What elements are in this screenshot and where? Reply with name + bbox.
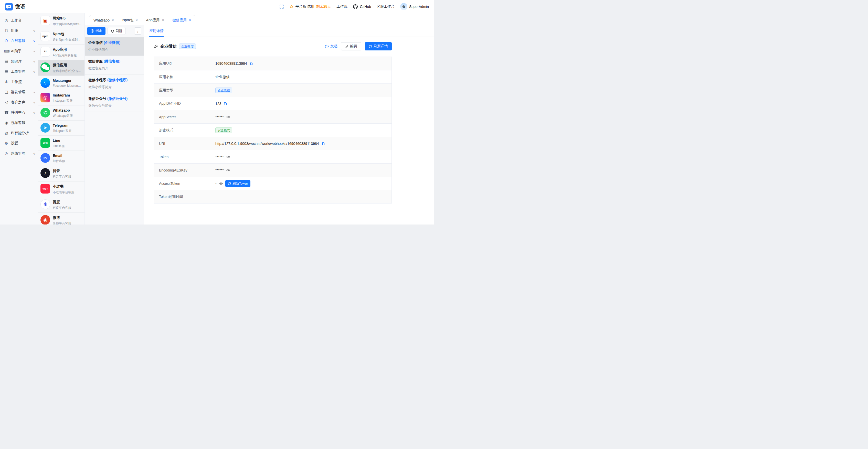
channel-item[interactable]: ♪ 抖音 抖音平台客服 xyxy=(38,166,85,182)
app-item-type: (微信客服) xyxy=(104,59,120,63)
refresh-detail-button[interactable]: 刷新详情 xyxy=(365,42,392,51)
app-item-heading: 企业微信 (企业微信) xyxy=(88,40,140,45)
sidebar-item-label: 工作流 xyxy=(11,79,35,84)
channel-item[interactable]: ⠛ App应用 App应用内嵌客服 xyxy=(38,44,85,60)
app-list-item[interactable]: 微信小程序 (微信小程序) 微信小程序简介 xyxy=(85,74,144,93)
呼叫中心[interactable]: ☎ 呼叫中心 ∨ xyxy=(0,107,38,118)
channel-item[interactable]: LINE Line Line客服 xyxy=(38,136,85,151)
超级管理[interactable]: ♔ 超级管理 ∨ xyxy=(0,149,38,159)
eye-icon[interactable] xyxy=(226,115,230,119)
app-list-panel: 绑定 刷新 ⋮ 企业微信 xyxy=(85,25,144,224)
more-actions-button[interactable]: ⋮ xyxy=(134,27,141,35)
app-list-item[interactable]: 企业微信 (企业微信) 企业微信简介 xyxy=(85,37,144,56)
channel-item[interactable]: ✆ Whatsapp Whatsapp客服 xyxy=(38,105,85,121)
workspace-tab[interactable]: App应用 × xyxy=(142,15,168,25)
baidu-icon: ❋ xyxy=(40,199,50,209)
channel-icon-glyph: ◎ xyxy=(43,95,48,100)
channel-item[interactable]: npm Npm包 通过Npm包集成到... xyxy=(38,29,85,44)
detail-row-label: 应用类型 xyxy=(154,84,210,97)
detail-row-value: http://127.0.0.1:9003/wechat/work/webhoo… xyxy=(210,137,392,150)
设置[interactable]: ⚙ 设置 xyxy=(0,138,38,149)
app-item-desc: 微信小程序简介 xyxy=(88,85,140,89)
plan-badge[interactable]: 平台版 试用 剩余28天 xyxy=(289,4,331,9)
视频客服[interactable]: ◉ 视频客服 xyxy=(0,118,38,128)
refresh-token-button[interactable]: 刷新Token xyxy=(225,180,251,187)
组织[interactable]: ⚇ 组织 ∨ xyxy=(0,26,38,36)
gear-icon: ⚙ xyxy=(4,141,9,146)
AI助手[interactable]: ⌨ AI助手 ∨ xyxy=(0,46,38,56)
channel-icon-glyph: ❋ xyxy=(43,201,47,207)
eye-icon[interactable] xyxy=(226,155,230,159)
channel-desc: 邮件客服 xyxy=(53,159,65,163)
copy-icon[interactable] xyxy=(321,142,325,146)
channel-item[interactable]: ◎ Instagram Instagram客服 xyxy=(38,90,85,105)
工单管理[interactable]: ☰ 工单管理 ∨ xyxy=(0,67,38,77)
在线客服[interactable]: ☊ 在线客服 ∨ xyxy=(0,36,38,46)
channel-item[interactable]: ❋ 百度 百度平台客服 xyxy=(38,197,85,213)
eye-icon[interactable] xyxy=(219,182,223,186)
close-icon[interactable]: × xyxy=(136,18,138,22)
channel-text: Line Line客服 xyxy=(53,138,65,148)
tab-label: App应用 xyxy=(146,18,160,23)
workspace-tab[interactable]: Npm包 × xyxy=(118,15,142,25)
tab-app-detail[interactable]: 应用详情 xyxy=(149,29,164,37)
edit-button[interactable]: 编辑 xyxy=(341,42,361,51)
channel-name: 百度 xyxy=(53,200,71,204)
github-link[interactable]: GitHub xyxy=(353,4,371,9)
channel-name: App应用 xyxy=(53,47,76,52)
github-label: GitHub xyxy=(360,5,371,9)
brand[interactable]: 微语 xyxy=(5,3,25,10)
知识库[interactable]: ▤ 知识库 ∨ xyxy=(0,56,38,67)
detail-value-text: ****** xyxy=(215,155,224,159)
工作台[interactable]: ◷ 工作台 xyxy=(0,15,38,26)
plan-remaining: 剩余28天 xyxy=(316,4,331,9)
群发管理[interactable]: ❏ 群发管理 ∨ xyxy=(0,87,38,97)
close-icon[interactable]: × xyxy=(162,18,164,22)
sidebar-item-label: 工单管理 xyxy=(11,69,31,74)
copy-icon[interactable] xyxy=(249,62,253,65)
plus-circle-icon xyxy=(91,29,94,33)
channel-item[interactable]: ➤ Telegram Telegram客服 xyxy=(38,121,85,136)
channel-item[interactable]: ϟ Messenger Facebook Messeng... xyxy=(38,76,85,90)
detail-row: 应用名称 企业微信 xyxy=(154,70,392,84)
chevron-down-icon: ∨ xyxy=(33,152,35,155)
crown-icon xyxy=(289,5,294,9)
app-list-item[interactable]: 微信客服 (微信客服) 微信客服简介 xyxy=(85,56,144,74)
close-icon[interactable]: × xyxy=(112,18,114,22)
channel-item[interactable]: ✉ Email 邮件客服 xyxy=(38,151,85,166)
channel-item[interactable]: 小红书 小红书 小红书平台客服 xyxy=(38,182,85,197)
workspace-tab[interactable]: Whatsapp × xyxy=(89,15,118,25)
eye-icon[interactable] xyxy=(226,168,230,172)
BI智能分析[interactable]: ▧ BI智能分析 xyxy=(0,128,38,138)
doc-button[interactable]: 文档 xyxy=(325,44,338,49)
channel-name: 微博 xyxy=(53,216,71,220)
header-workflow-link[interactable]: 工作流 xyxy=(336,4,347,9)
chevron-down-icon: ∨ xyxy=(33,111,35,114)
fullscreen-icon[interactable] xyxy=(279,4,284,9)
workspace-tab[interactable]: 微信应用 × xyxy=(168,15,195,25)
channel-item[interactable]: ▣ 网站/H5 用于网站/H5页面的... xyxy=(38,13,85,29)
agent-console-link[interactable]: 客服工作台 xyxy=(377,4,395,9)
channel-text: 百度 百度平台客服 xyxy=(53,199,71,210)
sidebar-item-label: 在线客服 xyxy=(11,39,31,43)
channel-name: Line xyxy=(53,138,65,142)
copy-icon[interactable] xyxy=(223,102,227,105)
channel-item[interactable]: ◉ 微博 微博平台客服 xyxy=(38,213,85,224)
客户之声[interactable]: ◁ 客户之声 ∨ xyxy=(0,97,38,107)
chevron-down-icon: ∨ xyxy=(33,70,35,73)
detail-row-value: 安全模式 xyxy=(210,124,392,137)
channel-name: Email xyxy=(53,154,65,158)
website-icon: ▣ xyxy=(40,15,50,25)
refresh-list-button[interactable]: 刷新 xyxy=(107,27,125,35)
user-menu[interactable]: ☻ SuperAdmin xyxy=(400,3,429,10)
detail-title-badge: 企业微信 xyxy=(179,43,196,49)
chevron-down-icon: ∨ xyxy=(33,60,35,63)
app-list-item[interactable]: 微信公众号 (微信公众号) 微信公众号简介 xyxy=(85,93,144,112)
channel-name: 网站/H5 xyxy=(53,16,82,21)
工作流[interactable]: ⋔ 工作流 xyxy=(0,77,38,87)
close-icon[interactable]: × xyxy=(189,18,191,22)
plan-label: 平台版 试用 xyxy=(296,4,314,9)
sidebar-item-label: 群发管理 xyxy=(11,90,31,94)
bind-button[interactable]: 绑定 xyxy=(87,27,105,35)
channel-item[interactable]: 微信应用 微信小程序/公众号... xyxy=(38,60,85,76)
